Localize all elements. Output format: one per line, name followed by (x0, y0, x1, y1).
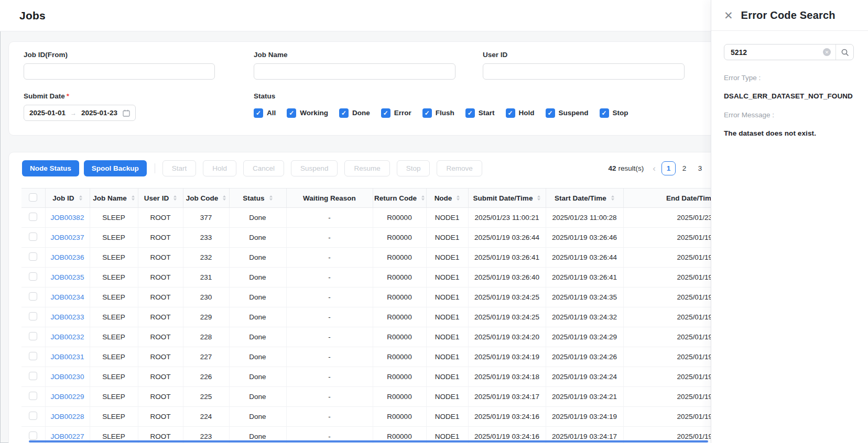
row-checkbox[interactable] (29, 213, 37, 221)
row-checkbox[interactable] (29, 431, 37, 440)
panel-title: Error Code Search (741, 9, 836, 21)
status-checkbox-label: All (267, 109, 276, 117)
sort-icon[interactable] (132, 195, 135, 201)
chevron-left-icon[interactable]: ‹ (653, 163, 656, 174)
row-checkbox[interactable] (29, 352, 37, 360)
table-cell: Done (229, 407, 286, 427)
checkbox-checked-icon: ✓ (254, 108, 263, 118)
select-all-checkbox[interactable] (29, 193, 37, 202)
suspend-button[interactable]: Suspend (291, 160, 338, 176)
job-id-cell: JOB00230 (45, 367, 90, 387)
sort-icon[interactable] (79, 195, 82, 201)
job-id-link[interactable]: JOB00228 (51, 413, 84, 420)
job-id-cell: JOB00236 (45, 248, 90, 268)
table-cell: 226 (183, 367, 229, 387)
sort-icon[interactable] (537, 195, 540, 201)
row-checkbox[interactable] (29, 392, 37, 400)
user-id-input[interactable] (483, 63, 685, 80)
table-cell: - (286, 268, 373, 287)
job-id-link[interactable]: JOB00236 (51, 253, 84, 261)
status-checkbox-label: Hold (519, 109, 535, 117)
job-id-link[interactable]: JOB00382 (51, 214, 84, 222)
column-header-job-code[interactable]: Job Code (183, 189, 229, 208)
table-cell: 229 (183, 307, 229, 327)
column-header-return-code[interactable]: Return Code (373, 189, 426, 208)
search-button[interactable] (836, 45, 853, 60)
column-label: Return Code (374, 194, 417, 202)
resume-button[interactable]: Resume (344, 160, 389, 176)
table-row: JOB00231SLEEPROOT227Done-R00000NODE12025… (21, 347, 766, 367)
job-id-link[interactable]: JOB00234 (51, 293, 84, 301)
status-checkbox-start[interactable]: ✓Start (465, 108, 495, 118)
node-status-button[interactable]: Node Status (22, 160, 79, 176)
page-3[interactable]: 3 (693, 161, 707, 175)
job-id-link[interactable]: JOB00227 (51, 433, 84, 440)
column-header-status[interactable]: Status (229, 189, 286, 208)
submit-date-range-picker[interactable]: 2025-01-01 → 2025-01-23 (24, 105, 136, 121)
job-id-link[interactable]: JOB00230 (51, 373, 84, 381)
date-from-value[interactable]: 2025-01-01 (29, 109, 66, 117)
status-checkbox-working[interactable]: ✓Working (287, 108, 328, 118)
job-id-link[interactable]: JOB00231 (51, 353, 84, 361)
job-id-link[interactable]: JOB00233 (51, 313, 84, 321)
sort-icon[interactable] (173, 195, 177, 201)
column-header-user-id[interactable]: User ID (138, 189, 183, 208)
cancel-button[interactable]: Cancel (243, 160, 284, 176)
sort-icon[interactable] (457, 195, 460, 201)
table-cell: 2025/01/19 03:24:16 (468, 407, 546, 427)
status-checkbox-all[interactable]: ✓All (254, 108, 276, 118)
sort-icon[interactable] (269, 195, 273, 201)
calendar-icon[interactable] (123, 109, 130, 117)
error-code-search-input[interactable] (724, 48, 823, 57)
clear-icon[interactable]: ✕ (823, 48, 831, 56)
sort-icon[interactable] (223, 195, 226, 201)
close-icon[interactable]: ✕ (724, 10, 733, 21)
horizontal-scrollbar[interactable] (29, 440, 708, 442)
sort-icon[interactable] (421, 195, 425, 201)
row-select-cell (21, 287, 45, 307)
job-id-link[interactable]: JOB00229 (51, 393, 84, 401)
row-select-cell (21, 228, 45, 248)
row-checkbox[interactable] (29, 272, 37, 281)
column-header-job-name[interactable]: Job Name (90, 189, 138, 208)
job-id-from-input[interactable] (24, 63, 215, 80)
remove-button[interactable]: Remove (437, 160, 482, 176)
row-checkbox[interactable] (29, 412, 37, 420)
column-header-node[interactable]: Node (426, 189, 468, 208)
column-header-job-id[interactable]: Job ID (45, 189, 90, 208)
page-2[interactable]: 2 (677, 161, 691, 175)
sort-icon[interactable] (611, 195, 614, 201)
hold-button[interactable]: Hold (203, 160, 236, 176)
stop-button[interactable]: Stop (397, 160, 430, 176)
status-checkbox-stop[interactable]: ✓Stop (600, 108, 628, 118)
job-name-input[interactable] (254, 63, 455, 80)
row-checkbox[interactable] (29, 292, 37, 301)
status-checkbox-suspend[interactable]: ✓Suspend (546, 108, 589, 118)
start-button[interactable]: Start (162, 160, 197, 176)
status-checkbox-flush[interactable]: ✓Flush (422, 108, 454, 118)
row-checkbox[interactable] (29, 252, 37, 261)
column-header-start-date-time[interactable]: Start Date/Time (546, 189, 623, 208)
row-checkbox[interactable] (29, 312, 37, 320)
submit-date-field: Submit Date* 2025-01-01 → 2025-01-23 (24, 92, 136, 121)
page-1[interactable]: 1 (661, 161, 676, 175)
table-cell: Done (229, 248, 286, 268)
table-cell: R00000 (373, 407, 426, 427)
table-cell: NODE1 (426, 327, 468, 347)
table-cell: - (286, 367, 373, 387)
job-id-link[interactable]: JOB00235 (51, 273, 84, 281)
date-to-value[interactable]: 2025-01-23 (81, 109, 117, 117)
row-checkbox[interactable] (29, 332, 37, 340)
status-checkbox-hold[interactable]: ✓Hold (506, 108, 535, 118)
job-id-link[interactable]: JOB00237 (51, 234, 84, 241)
row-checkbox[interactable] (29, 232, 37, 241)
spool-backup-button[interactable]: Spool Backup (84, 160, 147, 176)
status-checkbox-done[interactable]: ✓Done (339, 108, 370, 118)
status-checkbox-error[interactable]: ✓Error (381, 108, 411, 118)
job-id-link[interactable]: JOB00232 (51, 333, 84, 341)
column-header-submit-date-time[interactable]: Submit Date/Time (468, 189, 546, 208)
table-cell: ROOT (138, 347, 183, 367)
row-checkbox[interactable] (29, 372, 37, 380)
user-id-field: User ID (483, 51, 685, 80)
status-checkbox-label: Error (394, 109, 411, 117)
